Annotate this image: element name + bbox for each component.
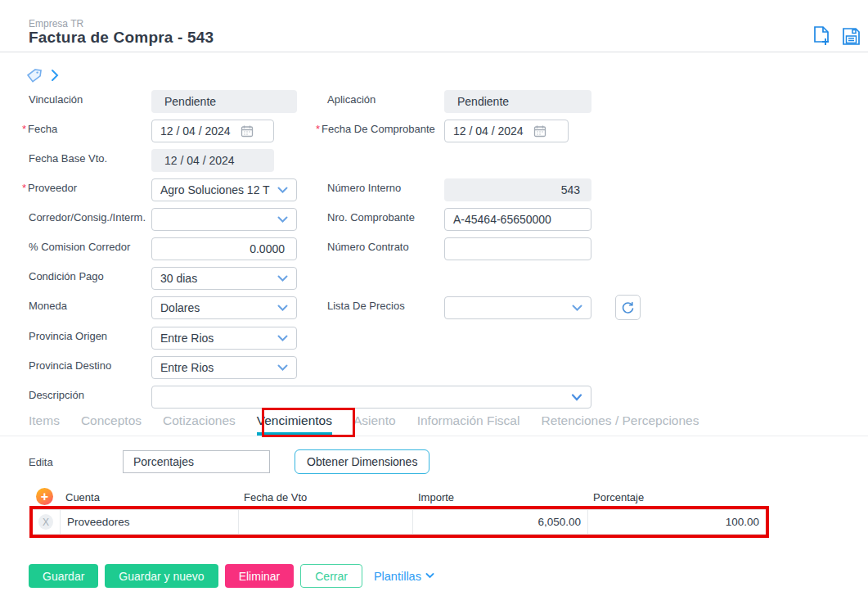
required-asterisk: * [22, 123, 26, 135]
chevron-down-icon [277, 335, 288, 341]
plantillas-label: Plantillas [374, 570, 421, 583]
fecha-comprobante-date-input[interactable]: 12 / 04 / 2024 [444, 120, 569, 142]
field-label-numero-interno: Número Interno [327, 182, 401, 194]
footer-actions: Guardar Guardar y nuevo Eliminar Cerrar … [29, 564, 434, 588]
select-value: Entre Rios [160, 361, 272, 374]
chevron-down-icon [277, 275, 288, 282]
column-header-importe: Importe [418, 491, 454, 503]
field-label-fecha-base: Fecha Base Vto. [29, 152, 107, 165]
tab-informacion-fiscal[interactable]: Información Fiscal [417, 413, 520, 435]
cell-cuenta[interactable]: Proveedores [60, 510, 238, 534]
column-header-fecha-vto: Fecha de Vto [244, 491, 307, 503]
obtener-dimensiones-button[interactable]: Obtener Dimensiones [295, 449, 430, 474]
chevron-down-icon [277, 305, 288, 311]
field-label-nro-comprobante: Nro. Comprobante [327, 211, 415, 223]
chevron-down-icon [572, 305, 582, 311]
field-label-vinculacion: Vinculación [29, 93, 83, 106]
select-value: 30 dias [160, 272, 272, 285]
new-document-icon [812, 25, 831, 47]
tags-button[interactable] [27, 68, 43, 84]
refresh-lista-precios-button[interactable] [615, 295, 641, 320]
delete-row-button[interactable]: X [38, 514, 53, 530]
tag-icon [27, 68, 43, 84]
add-row-button[interactable]: + [36, 488, 53, 505]
edita-input[interactable]: Porcentajes [123, 450, 270, 473]
select-value: Entre Rios [160, 332, 272, 345]
cell-porcentaje[interactable]: 100.00 [587, 510, 766, 534]
tab-retenciones-percepciones[interactable]: Retenciones / Percepciones [541, 413, 699, 435]
column-header-porcentaje: Porcentaje [593, 491, 644, 503]
field-label-text: Fecha De Comprobante [322, 123, 435, 135]
numero-interno-field: 543 [444, 178, 591, 201]
chevron-down-icon [277, 187, 288, 193]
field-label-text: Fecha [28, 123, 57, 135]
chevron-down-icon [571, 394, 582, 401]
fecha-base-field: 12 / 04 / 2024 [151, 149, 274, 172]
provincia-origen-select[interactable]: Entre Rios [151, 327, 297, 350]
field-label-corredor: Corredor/Consig./Interm. [29, 211, 146, 223]
page-title: Factura de Compra - 543 [29, 29, 214, 47]
tab-conceptos[interactable]: Conceptos [81, 413, 142, 435]
cerrar-button[interactable]: Cerrar [300, 564, 362, 588]
tabs-divider [0, 436, 868, 436]
field-label-moneda: Moneda [29, 300, 67, 312]
eliminar-button[interactable]: Eliminar [225, 564, 295, 588]
field-label-condicion-pago: Condición Pago [29, 270, 104, 282]
aplicacion-field: Pendiente [444, 90, 591, 113]
chevron-down-icon [277, 364, 288, 371]
factura-compra-page: Empresa TR Factura de Compra - 543 Vincu… [0, 0, 868, 605]
cell-fecha-vto[interactable] [238, 510, 412, 534]
tab-items[interactable]: Items [29, 413, 60, 435]
guardar-y-nuevo-button[interactable]: Guardar y nuevo [105, 564, 218, 588]
cell-importe[interactable]: 6,050.00 [412, 510, 587, 534]
column-header-cuenta: Cuenta [65, 491, 100, 503]
chevron-down-icon [425, 573, 434, 579]
moneda-select[interactable]: Dolares [151, 296, 297, 319]
delete-cell: X [32, 510, 60, 534]
select-value: Agro Soluciones 12 T [160, 183, 272, 196]
guardar-button[interactable]: Guardar [29, 564, 98, 588]
field-label-provincia-origen: Provincia Origen [29, 330, 107, 342]
refresh-icon [621, 300, 635, 314]
plantillas-menu[interactable]: Plantillas [374, 570, 434, 583]
field-label-proveedor: * Proveedor [22, 182, 77, 194]
field-label-text: Proveedor [28, 182, 77, 194]
expand-button[interactable] [51, 69, 59, 82]
field-label-descripcion: Descripción [29, 389, 84, 401]
tab-cotizaciones[interactable]: Cotizaciones [163, 413, 236, 435]
chevron-down-icon [277, 216, 288, 223]
field-label-fecha: * Fecha [22, 123, 57, 135]
required-asterisk: * [316, 123, 320, 135]
vinculacion-field: Pendiente [151, 90, 297, 113]
calendar-icon[interactable] [533, 124, 546, 138]
new-document-button[interactable] [810, 25, 833, 47]
fecha-date-input[interactable]: 12 / 04 / 2024 [151, 120, 274, 142]
field-label-fecha-comprobante: * Fecha De Comprobante [316, 123, 435, 135]
date-value: 12 / 04 / 2024 [453, 124, 524, 138]
table-row: X Proveedores 6,050.00 100.00 [31, 509, 767, 535]
header-divider [0, 52, 868, 52]
save-icon [842, 27, 861, 46]
save-button-icon[interactable] [839, 25, 862, 47]
condicion-pago-select[interactable]: 30 dias [151, 267, 297, 290]
company-name: Empresa TR [29, 18, 83, 29]
calendar-icon[interactable] [241, 124, 254, 138]
numero-contrato-input[interactable] [444, 237, 591, 260]
comision-input[interactable]: 0.0000 [151, 237, 297, 260]
tab-asiento[interactable]: Asiento [353, 413, 396, 435]
lista-precios-select[interactable] [444, 296, 591, 319]
required-asterisk: * [22, 182, 26, 194]
nro-comprobante-input[interactable]: A-45464-65650000 [444, 208, 591, 231]
field-label-aplicacion: Aplicación [327, 93, 376, 106]
field-label-lista-precios: Lista De Precios [327, 300, 405, 312]
field-label-comision: % Comision Corredor [29, 241, 130, 253]
field-label-provincia-destino: Provincia Destino [29, 359, 111, 372]
chevron-right-icon [51, 69, 59, 82]
field-label-edita: Edita [29, 456, 53, 468]
select-value: Dolares [160, 301, 272, 314]
descripcion-combobox[interactable] [151, 386, 591, 409]
provincia-destino-select[interactable]: Entre Rios [151, 356, 297, 379]
corredor-select[interactable] [151, 208, 297, 231]
tab-vencimientos[interactable]: Vencimientos [257, 413, 332, 435]
proveedor-select[interactable]: Agro Soluciones 12 T [151, 178, 297, 201]
